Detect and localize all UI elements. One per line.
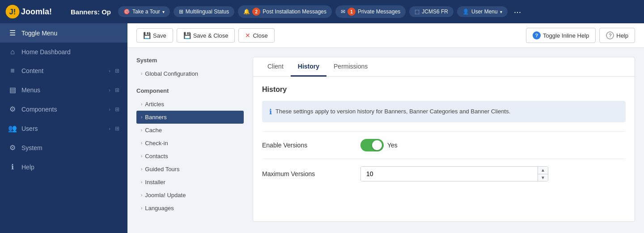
enable-versions-toggle-label: Yes: [387, 142, 398, 149]
external-link-icon: ⬚: [415, 9, 419, 15]
mail-icon: ✉: [341, 9, 345, 15]
grid-icon: ⊞: [115, 68, 119, 74]
info-text: These settings apply to version history …: [275, 107, 510, 116]
left-panel-item-installer[interactable]: › Installer: [136, 176, 244, 189]
sidebar-item-toggle-menu[interactable]: ☰ Toggle Menu: [0, 23, 127, 43]
enable-versions-label: Enable Versions: [262, 142, 352, 149]
chevron-right-icon: ›: [141, 180, 142, 185]
help-icon: ℹ: [8, 163, 17, 171]
system-section: System › Global Configuration: [136, 57, 244, 80]
enable-versions-control: Yes: [360, 139, 398, 151]
left-panel-item-articles[interactable]: › Articles: [136, 98, 244, 111]
component-section-title: Component: [136, 87, 244, 94]
hamburger-icon: ☰: [8, 29, 17, 37]
component-section: Component › Articles › Banners › Cache: [136, 87, 244, 215]
maximum-versions-control: ▲ ▼: [360, 166, 548, 181]
joomla-logo-text: Joomla!: [21, 7, 52, 17]
page-title: Banners: Op: [71, 8, 111, 16]
jcms6-fr-button[interactable]: ⬚ JCMS6 FR: [409, 6, 453, 17]
take-a-tour-button[interactable]: 🎯 Take a Tour ▾: [118, 6, 170, 17]
info-box: ℹ These settings apply to version histor…: [262, 101, 626, 122]
chevron-right-icon: ›: [141, 102, 142, 107]
left-panel-item-global-configuration[interactable]: › Global Configuration: [136, 67, 244, 80]
tab-history[interactable]: History: [291, 57, 326, 77]
toggle-knob: [372, 140, 382, 150]
number-spinners: ▲ ▼: [538, 167, 548, 181]
maximum-versions-row: Maximum Versions ▲ ▼: [262, 159, 626, 189]
question-mark-icon: ?: [606, 31, 614, 39]
maximum-versions-input[interactable]: [361, 167, 538, 181]
sidebar-item-content[interactable]: ≡ Content › ⊞: [0, 61, 127, 80]
enable-versions-toggle-container: Yes: [360, 139, 398, 151]
left-panel-item-languages[interactable]: › Languages: [136, 202, 244, 215]
menus-icon: ▤: [8, 86, 17, 94]
chevron-right-icon: ›: [141, 128, 142, 133]
more-options-button[interactable]: ···: [511, 5, 524, 19]
sidebar-item-help[interactable]: ℹ Help: [0, 157, 127, 177]
chevron-right-icon: ›: [109, 68, 110, 73]
save-close-icon: 💾: [183, 32, 191, 39]
spinner-down-button[interactable]: ▼: [538, 174, 548, 181]
sidebar-item-users[interactable]: 👥 Users › ⊞: [0, 119, 127, 138]
save-icon: 💾: [143, 32, 151, 39]
system-section-title: System: [136, 57, 244, 64]
chevron-right-icon: ›: [109, 107, 110, 112]
components-icon: ⚙: [8, 105, 17, 113]
user-menu-button[interactable]: 👤 User Menu ▾: [457, 6, 508, 17]
chevron-right-icon: ›: [141, 115, 142, 120]
left-panel-item-joomla-update[interactable]: › Joomla! Update: [136, 189, 244, 202]
help-button[interactable]: ? Help: [599, 28, 635, 43]
chevron-right-icon: ›: [141, 167, 142, 172]
joomla-logo[interactable]: J! Joomla!: [5, 4, 64, 19]
grid-icon: ⊞: [115, 106, 119, 112]
enable-versions-toggle[interactable]: [360, 139, 384, 151]
chevron-down-icon: ▾: [500, 9, 502, 14]
tour-icon: 🎯: [123, 9, 130, 15]
tab-permissions[interactable]: Permissions: [326, 57, 375, 77]
system-icon: ⚙: [8, 143, 17, 152]
sidebar-item-home-dashboard[interactable]: ⌂ Home Dashboard: [0, 43, 127, 61]
chevron-right-icon: ›: [141, 141, 142, 146]
history-tab-content: History ℹ These settings apply to versio…: [253, 77, 635, 198]
grid-icon: ⊞: [115, 87, 119, 93]
info-icon: ℹ: [269, 108, 272, 116]
tab-client[interactable]: Client: [260, 57, 291, 77]
home-icon: ⌂: [8, 48, 17, 56]
close-icon: ✕: [245, 32, 250, 39]
grid-icon: ⊞: [115, 125, 119, 132]
enable-versions-row: Enable Versions Yes: [262, 131, 626, 159]
left-panel-item-contacts[interactable]: › Contacts: [136, 150, 244, 163]
toolbar: 💾 Save 💾 Save & Close ✕ Close ? Toggle I…: [127, 23, 644, 48]
chevron-right-icon: ›: [141, 71, 142, 76]
close-button[interactable]: ✕ Close: [238, 28, 274, 43]
tabs: Client History Permissions: [253, 57, 635, 77]
left-panel-item-check-in[interactable]: › Check-in: [136, 137, 244, 150]
maximum-versions-input-wrap: ▲ ▼: [360, 166, 548, 181]
toggle-inline-help-button[interactable]: ? Toggle Inline Help: [526, 28, 596, 43]
sidebar-item-components[interactable]: ⚙ Components › ⊞: [0, 99, 127, 119]
users-icon: 👥: [8, 124, 17, 133]
left-panel-item-banners[interactable]: › Banners: [136, 111, 244, 124]
main-content: 💾 Save 💾 Save & Close ✕ Close ? Toggle I…: [127, 23, 644, 233]
chevron-right-icon: ›: [141, 193, 142, 198]
inline-help-icon: ?: [533, 31, 541, 39]
history-section-title: History: [262, 86, 626, 94]
spinner-up-button[interactable]: ▲: [538, 167, 548, 174]
post-install-messages-button[interactable]: 🔔 2 Post Installation Messages: [238, 5, 332, 18]
sidebar-item-system[interactable]: ⚙ System: [0, 138, 127, 157]
save-close-button[interactable]: 💾 Save & Close: [177, 28, 235, 43]
left-panel-item-guided-tours[interactable]: › Guided Tours: [136, 163, 244, 176]
chevron-right-icon: ›: [109, 126, 110, 131]
right-panel: Client History Permissions History ℹ The…: [253, 57, 635, 222]
chevron-right-icon: ›: [109, 87, 110, 93]
chevron-right-icon: ›: [141, 154, 142, 159]
svg-text:J!: J!: [9, 8, 16, 16]
multilingual-icon: ⊞: [179, 9, 183, 15]
sidebar-item-menus[interactable]: ▤ Menus › ⊞: [0, 80, 127, 99]
chevron-right-icon: ›: [141, 206, 142, 211]
private-messages-button[interactable]: ✉ 1 Private Messages: [335, 5, 406, 18]
save-button[interactable]: 💾 Save: [136, 28, 173, 43]
chevron-down-icon: ▾: [162, 9, 165, 14]
left-panel-item-cache[interactable]: › Cache: [136, 124, 244, 137]
multilingual-status-button[interactable]: ⊞ Multilingual Status: [174, 6, 234, 17]
